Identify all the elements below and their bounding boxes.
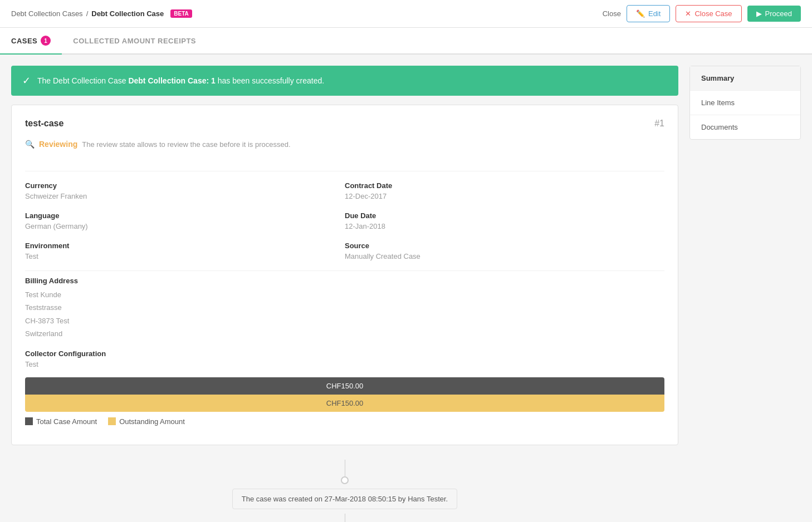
tabs-bar: CASES 1 COLLECTED AMOUNT RECEIPTS <box>0 28 812 55</box>
billing-line-3: CH-3873 Test <box>25 314 664 327</box>
sidebar-summary-label: Summary <box>701 74 734 82</box>
currency-value: Schweizer Franken <box>25 192 345 200</box>
field-due-date: Due Date 12-Jan-2018 <box>345 206 664 236</box>
due-date-value: 12-Jan-2018 <box>345 222 664 230</box>
divider <box>25 171 664 171</box>
fields-grid: Currency Schweizer Franken Contract Date… <box>25 176 664 266</box>
field-contract-date: Contract Date 12-Dec-2017 <box>345 176 664 206</box>
environment-value: Test <box>25 252 345 260</box>
tab-collected-label: COLLECTED AMOUNT RECEIPTS <box>73 37 196 45</box>
billing-address-lines: Test Kunde Teststrasse CH-3873 Test Swit… <box>25 288 664 341</box>
contract-date-value: 12-Dec-2017 <box>345 192 664 200</box>
timeline-message: The case was created on 27-Mar-2018 08:5… <box>232 489 457 509</box>
sidebar-item-documents[interactable]: Documents <box>690 115 800 139</box>
source-value: Manually Created Case <box>345 252 664 260</box>
legend-total-label: Total Case Amount <box>36 417 97 426</box>
breadcrumb-parent[interactable]: Debt Collection Cases <box>11 9 83 18</box>
amount-legend: Total Case Amount Outstanding Amount <box>25 412 664 431</box>
sidebar-documents-label: Documents <box>701 123 738 131</box>
language-label: Language <box>25 211 345 220</box>
main-layout: ✓ The Debt Collection Case Debt Collecti… <box>0 55 812 522</box>
field-source: Source Manually Created Case <box>345 236 664 266</box>
close-link[interactable]: Close <box>603 9 621 18</box>
legend-outstanding-label: Outstanding Amount <box>119 417 185 426</box>
billing-address-label: Billing Address <box>25 277 664 285</box>
review-state: 🔍 Reviewing The review state allows to r… <box>25 140 664 157</box>
breadcrumb: Debt Collection Cases / Debt Collection … <box>11 9 192 18</box>
billing-address-section: Billing Address Test Kunde Teststrasse C… <box>25 277 664 341</box>
review-description: The review state allows to review the ca… <box>82 140 290 149</box>
contract-date-label: Contract Date <box>345 181 664 190</box>
timeline-line-bottom <box>345 514 345 522</box>
currency-label: Currency <box>25 181 345 190</box>
case-title: test-case <box>25 119 63 129</box>
close-case-button[interactable]: ✕ Close Case <box>676 5 741 22</box>
tab-cases-badge: 1 <box>41 36 51 46</box>
x-icon: ✕ <box>685 9 691 18</box>
edit-icon: ✏️ <box>636 9 645 18</box>
legend-outstanding: Outstanding Amount <box>108 417 185 426</box>
outstanding-amount-bar: CHF150.00 <box>25 395 664 412</box>
case-id: #1 <box>654 119 664 129</box>
tab-collected[interactable]: COLLECTED AMOUNT RECEIPTS <box>62 28 207 53</box>
collector-config-section: Collector Configuration Test <box>25 349 664 368</box>
header-actions: Close ✏️ Edit ✕ Close Case ▶ Proceed <box>603 5 801 22</box>
due-date-label: Due Date <box>345 211 664 220</box>
beta-badge: BETA <box>170 9 192 18</box>
legend-total: Total Case Amount <box>25 417 97 426</box>
header: Debt Collection Cases / Debt Collection … <box>0 0 812 28</box>
proceed-button[interactable]: ▶ Proceed <box>747 6 801 22</box>
arrow-icon: ▶ <box>756 9 762 18</box>
timeline: The case was created on 27-Mar-2018 08:5… <box>11 454 678 522</box>
timeline-dot-top <box>341 476 349 484</box>
field-currency: Currency Schweizer Franken <box>25 176 345 206</box>
sidebar-line-items-label: Line Items <box>701 99 735 107</box>
case-header: test-case #1 <box>25 119 664 129</box>
breadcrumb-current: Debt Collection Case <box>91 9 164 18</box>
legend-dot-total <box>25 417 33 425</box>
main-content: ✓ The Debt Collection Case Debt Collecti… <box>11 66 678 522</box>
field-language: Language German (Germany) <box>25 206 345 236</box>
field-environment: Environment Test <box>25 236 345 266</box>
environment-label: Environment <box>25 242 345 250</box>
tab-cases-label: CASES <box>11 37 37 45</box>
search-icon: 🔍 <box>25 140 35 149</box>
source-label: Source <box>345 242 664 250</box>
tab-cases[interactable]: CASES 1 <box>0 28 62 55</box>
breadcrumb-separator: / <box>86 9 89 18</box>
case-card: test-case #1 🔍 Reviewing The review stat… <box>11 105 678 445</box>
total-amount-bar: CHF150.00 <box>25 377 664 395</box>
divider-2 <box>25 270 664 271</box>
billing-line-2: Teststrasse <box>25 301 664 314</box>
right-sidebar: Summary Line Items Documents <box>689 66 801 140</box>
legend-dot-outstanding <box>108 417 116 425</box>
checkmark-icon: ✓ <box>22 75 31 87</box>
billing-line-4: Switzerland <box>25 327 664 340</box>
review-label: Reviewing <box>39 140 77 149</box>
collector-config-label: Collector Configuration <box>25 349 664 358</box>
success-banner: ✓ The Debt Collection Case Debt Collecti… <box>11 66 678 96</box>
timeline-line-top <box>345 460 345 476</box>
billing-line-1: Test Kunde <box>25 288 664 301</box>
collector-config-value: Test <box>25 360 664 368</box>
success-text: The Debt Collection Case Debt Collection… <box>37 76 324 85</box>
amount-bars: CHF150.00 CHF150.00 <box>25 377 664 412</box>
sidebar-item-summary[interactable]: Summary <box>690 66 800 91</box>
edit-button[interactable]: ✏️ Edit <box>627 5 670 22</box>
language-value: German (Germany) <box>25 222 345 230</box>
sidebar-item-line-items[interactable]: Line Items <box>690 91 800 115</box>
